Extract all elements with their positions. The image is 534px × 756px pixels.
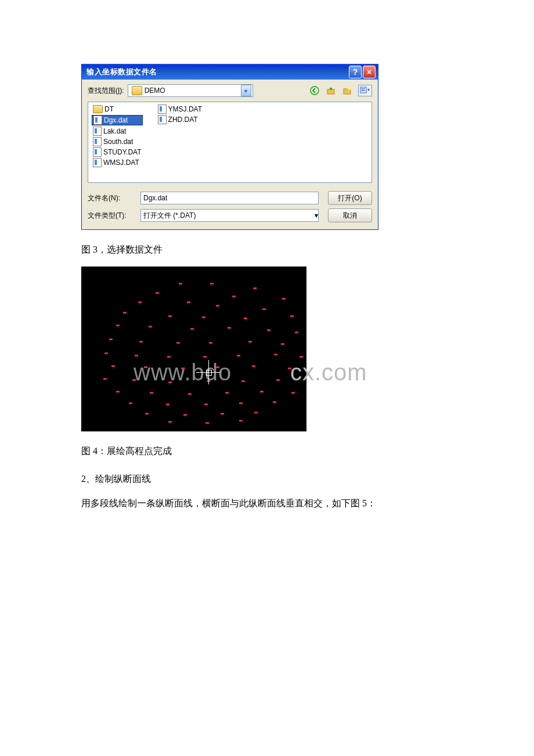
file-item[interactable]: YMSJ.DAT <box>157 105 203 114</box>
file-icon <box>93 158 102 167</box>
file-item[interactable]: Lak.dat <box>92 127 143 136</box>
elevation-point <box>181 368 185 369</box>
lookin-row: 查找范围(I): DEMO ▾ <box>88 84 372 97</box>
elevation-point <box>248 341 252 343</box>
elevation-point <box>135 355 138 357</box>
watermark: cx.com <box>290 359 367 386</box>
help-button[interactable]: ? <box>349 66 362 78</box>
elevation-point <box>239 402 243 404</box>
file-item[interactable]: ZHD.DAT <box>157 115 203 124</box>
elevation-point <box>111 365 115 367</box>
file-item[interactable]: WMSJ.DAT <box>92 158 143 167</box>
close-button[interactable]: × <box>363 66 376 78</box>
folder-icon <box>132 86 142 95</box>
file-icon <box>93 127 102 136</box>
elevation-point <box>237 355 240 357</box>
svg-rect-6 <box>363 88 365 89</box>
filename-label: 文件名(N): <box>88 193 137 203</box>
toolbar-icons <box>309 85 372 96</box>
filetype-label: 文件类型(T): <box>88 211 137 221</box>
elevation-point <box>190 328 194 330</box>
crosshair-pickbox <box>206 370 212 376</box>
elevation-point <box>254 412 258 413</box>
file-icon <box>93 116 102 125</box>
elevation-point <box>123 312 127 314</box>
elevation-point <box>281 343 284 345</box>
new-folder-icon[interactable] <box>342 85 352 96</box>
elevation-point <box>262 308 266 310</box>
elevation-point <box>104 352 108 354</box>
elevation-point <box>109 339 113 340</box>
elevation-point <box>239 420 243 422</box>
file-item-label: Lak.dat <box>103 127 126 135</box>
lookin-combo[interactable]: DEMO ▾ <box>128 84 253 97</box>
elevation-point <box>274 354 277 355</box>
elevation-point <box>166 404 169 405</box>
svg-rect-1 <box>327 89 334 94</box>
folder-item[interactable]: DT <box>92 105 143 114</box>
elevation-point <box>216 366 219 368</box>
elevation-point <box>205 422 209 424</box>
folder-icon <box>93 105 103 113</box>
file-item-label: YMSJ.DAT <box>168 105 202 113</box>
file-list[interactable]: DTDgx.datLak.datSouth.datSTUDY.DATWMSJ.D… <box>88 102 372 183</box>
file-open-dialog: 输入坐标数据文件名 ? × 查找范围(I): DEMO ▾ <box>81 64 378 230</box>
lookin-value: DEMO <box>145 87 241 95</box>
elevation-point <box>203 356 207 358</box>
elevation-point <box>204 404 208 405</box>
elevation-point <box>288 368 291 369</box>
elevation-point <box>168 381 172 383</box>
up-folder-icon[interactable] <box>326 85 336 96</box>
elevation-point <box>145 413 149 415</box>
elevation-point <box>116 325 120 326</box>
filename-row: 文件名(N): Dgx.dat 打开(O) <box>88 191 372 205</box>
elevation-point <box>228 327 231 329</box>
elevation-point <box>202 316 205 318</box>
elevation-point <box>156 292 159 294</box>
elevation-point <box>139 341 143 343</box>
elevation-point <box>144 366 147 368</box>
elevation-point <box>232 296 236 297</box>
elevation-point <box>216 305 219 307</box>
svg-rect-8 <box>363 90 365 91</box>
file-icon <box>158 105 167 114</box>
elevation-point <box>179 283 182 285</box>
cad-viewport: www.bdo cx.com <box>81 267 306 431</box>
elevation-point <box>260 391 264 393</box>
elevation-point <box>187 301 190 303</box>
elevation-point <box>241 380 245 382</box>
view-menu-icon[interactable] <box>358 85 372 96</box>
file-item-label: ZHD.DAT <box>168 116 198 124</box>
file-item[interactable]: STUDY.DAT <box>92 147 143 157</box>
file-item-label: DT <box>104 105 114 113</box>
file-item[interactable]: Dgx.dat <box>92 115 143 125</box>
chevron-down-icon[interactable]: ▾ <box>315 211 318 219</box>
elevation-point <box>300 356 303 358</box>
dialog-body: 查找范围(I): DEMO ▾ <box>82 80 378 229</box>
elevation-point <box>282 298 286 300</box>
elevation-point <box>244 318 247 319</box>
elevation-point <box>183 414 187 416</box>
elevation-point <box>267 329 270 331</box>
elevation-point <box>295 332 298 333</box>
svg-rect-7 <box>362 90 363 91</box>
elevation-point <box>210 283 214 285</box>
elevation-point <box>168 315 172 317</box>
dialog-titlebar: 输入坐标数据文件名 ? × <box>82 64 378 80</box>
elevation-point <box>188 393 192 395</box>
elevation-point <box>209 342 212 344</box>
lookin-label: 查找范围(I): <box>88 86 124 96</box>
file-item[interactable]: South.dat <box>92 137 143 146</box>
filename-input[interactable]: Dgx.dat <box>140 192 319 204</box>
file-item-label: STUDY.DAT <box>103 148 142 156</box>
open-button[interactable]: 打开(O) <box>328 191 372 205</box>
elevation-point <box>150 392 153 394</box>
cancel-button[interactable]: 取消 <box>328 208 372 222</box>
elevation-point <box>221 413 224 415</box>
file-item-label: WMSJ.DAT <box>103 159 139 167</box>
filetype-combo[interactable]: 打开文件 (*.DAT) ▾ <box>140 209 319 222</box>
elevation-point <box>290 315 294 317</box>
chevron-down-icon[interactable]: ▾ <box>241 85 251 96</box>
back-icon[interactable] <box>309 85 320 96</box>
figure-4-caption: 图 4：展绘高程点完成 <box>81 445 453 458</box>
